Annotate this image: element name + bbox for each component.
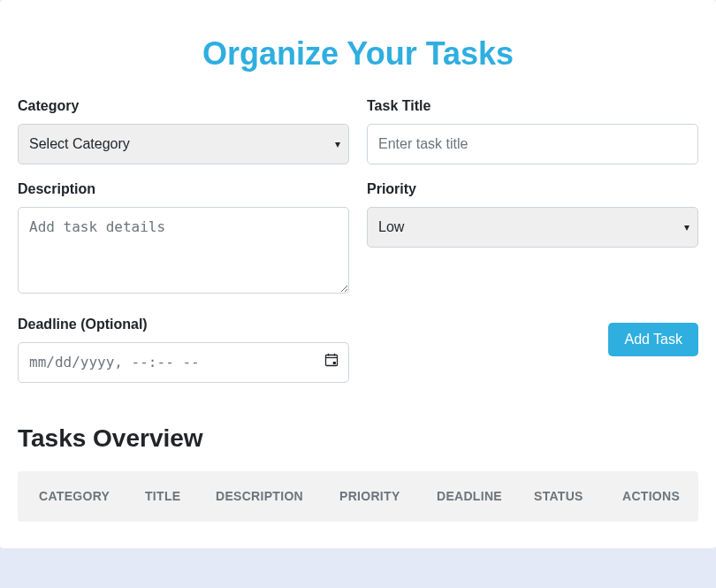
task-title-input[interactable] — [367, 124, 698, 164]
page-title: Organize Your Tasks — [18, 0, 698, 95]
priority-select[interactable]: Low — [367, 207, 698, 248]
column-header-deadline: DEADLINE — [421, 487, 518, 506]
column-header-status: STATUS — [518, 487, 606, 506]
submit-container: Add Task — [367, 314, 698, 397]
category-group: Category Select Category ▾ — [18, 95, 349, 164]
add-task-button[interactable]: Add Task — [608, 323, 698, 356]
column-header-title: TITLE — [129, 487, 200, 506]
category-label: Category — [18, 95, 349, 117]
description-textarea[interactable] — [18, 207, 349, 294]
main-panel: Organize Your Tasks Category Select Cate… — [0, 0, 716, 548]
task-title-group: Task Title — [367, 95, 698, 164]
deadline-input[interactable] — [18, 342, 349, 383]
deadline-label: Deadline (Optional) — [18, 314, 349, 335]
task-title-label: Task Title — [367, 95, 698, 117]
column-header-description: DESCRIPTION — [200, 487, 324, 506]
deadline-input-wrap — [18, 342, 349, 383]
column-header-actions: ACTIONS — [606, 487, 696, 506]
column-header-category: CATEGORY — [23, 487, 129, 506]
tasks-table-header: CATEGORY TITLE DESCRIPTION PRIORITY DEAD… — [18, 471, 698, 522]
category-select-wrap: Select Category ▾ — [18, 124, 349, 164]
priority-label: Priority — [367, 179, 698, 200]
overview-title: Tasks Overview — [18, 420, 698, 457]
priority-group: Priority Low ▾ — [367, 179, 698, 300]
description-group: Description — [18, 179, 349, 300]
priority-select-wrap: Low ▾ — [367, 207, 698, 248]
description-label: Description — [18, 179, 349, 200]
category-select[interactable]: Select Category — [18, 124, 349, 164]
task-form: Category Select Category ▾ Task Title De… — [18, 95, 698, 397]
column-header-priority: PRIORITY — [324, 487, 421, 506]
deadline-group: Deadline (Optional) — [18, 314, 349, 383]
